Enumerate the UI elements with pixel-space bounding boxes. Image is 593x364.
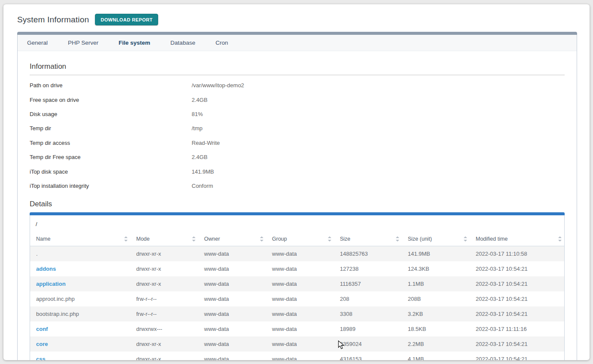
column-header-label: Size (unit) (408, 236, 432, 242)
file-row: addons drwxr-xr-x www-data www-data 1272… (30, 261, 564, 276)
file-name-link[interactable]: css (36, 356, 46, 360)
file-table: Name Mode (30, 232, 564, 360)
page-header: System Information DOWNLOAD REPORT (17, 14, 577, 25)
tab[interactable]: File system (119, 40, 150, 46)
sort-icon[interactable] (260, 236, 263, 242)
information-label: iTop disk space (30, 168, 192, 175)
cell-modified-time: 2022-03-17 10:54:21 (470, 291, 564, 306)
cell-mode: frw-r--r-- (130, 306, 198, 321)
column-header[interactable]: Size (334, 232, 402, 246)
file-table-header-row: Name Mode (30, 232, 564, 246)
column-header[interactable]: Mode (130, 232, 198, 246)
cell-modified-time: 2022-03-17 10:54:21 (470, 336, 564, 352)
cell-owner: www-data (198, 246, 266, 262)
tab-bar: General PHP Server File system Database … (18, 35, 577, 51)
sort-icon[interactable] (327, 236, 331, 242)
information-label: Temp dir access (30, 140, 192, 146)
information-value: 2.4GB (192, 154, 208, 160)
tab[interactable]: Database (171, 40, 196, 46)
file-table-header: Name Mode (30, 232, 564, 246)
column-header-label: Group (272, 236, 287, 242)
cell-group: www-data (266, 352, 334, 360)
cell-size: 208 (334, 291, 402, 306)
sort-icon[interactable] (124, 236, 128, 242)
file-name-link[interactable]: conf (36, 326, 48, 332)
details-heading: Details (30, 200, 565, 208)
cell-group: www-data (266, 306, 334, 321)
cell-owner: www-data (198, 276, 266, 291)
cell-name: bootstrap.inc.php (30, 306, 130, 321)
file-name-link[interactable]: core (36, 341, 48, 347)
cell-size: 18989 (334, 321, 402, 336)
cell-modified-time: 2022-03-17 10:54:21 (470, 306, 564, 321)
cell-name: core (30, 336, 130, 352)
information-row: iTop disk space 141.9MB (30, 164, 565, 178)
card-content: System Information DOWNLOAD REPORT Gener… (3, 4, 590, 360)
information-list: Path on drive /var/www/itop-demo2 Free s… (30, 78, 565, 193)
cell-owner: www-data (198, 261, 266, 276)
tab-panel-top-bar (17, 32, 577, 35)
sort-icon[interactable] (395, 236, 399, 242)
cell-size: 127238 (334, 261, 402, 276)
information-label: iTop installation integrity (30, 183, 192, 189)
column-header[interactable]: Name (30, 232, 130, 246)
column-header[interactable]: Group (266, 232, 334, 246)
information-row: Path on drive /var/www/itop-demo2 (30, 78, 565, 92)
cell-size-unit: 124.3KB (402, 261, 470, 276)
file-row: . drwxr-xr-x www-data www-data 148825763… (30, 246, 564, 262)
cell-modified-time: 2022-03-17 11:10:58 (470, 246, 564, 262)
information-row: Temp dir access Read-Write (30, 136, 565, 150)
column-header[interactable]: Owner (198, 232, 266, 246)
cell-name: conf (30, 321, 130, 336)
column-header-label: Owner (204, 236, 220, 242)
information-divider (30, 75, 565, 75)
cell-mode: drwxr-xr-x (130, 261, 198, 276)
sort-icon[interactable] (192, 236, 196, 242)
cell-size-unit: 18.5KB (402, 321, 470, 336)
cell-group: www-data (266, 276, 334, 291)
main-card: System Information DOWNLOAD REPORT Gener… (3, 4, 590, 360)
file-name-link[interactable]: bootstrap.inc.php (36, 311, 79, 317)
tab[interactable]: General (27, 40, 48, 46)
file-name-link[interactable]: application (36, 281, 66, 287)
column-header[interactable]: Size (unit) (402, 232, 470, 246)
cell-size: 2359024 (334, 336, 402, 352)
file-name-link[interactable]: addons (36, 266, 56, 272)
cell-name: . (30, 246, 130, 262)
file-table-body: . drwxr-xr-x www-data www-data 148825763… (30, 246, 564, 360)
details-panel-top-bar (30, 212, 565, 215)
page-title: System Information (17, 15, 89, 24)
information-row: Free space on drive 2.4GB (30, 92, 565, 107)
file-row: css drwxr-xr-x www-data www-data 4316153… (30, 352, 564, 360)
cell-size: 148825763 (334, 246, 402, 262)
file-row: conf drwxrwx--- www-data www-data 18989 … (30, 321, 564, 336)
information-value: /var/www/itop-demo2 (192, 82, 244, 89)
tab[interactable]: PHP Server (68, 40, 98, 46)
column-header[interactable]: Modified time (470, 232, 564, 246)
cell-name: css (30, 352, 130, 360)
download-report-button[interactable]: DOWNLOAD REPORT (95, 14, 158, 25)
cell-group: www-data (266, 246, 334, 262)
cell-size: 3308 (334, 306, 402, 321)
cell-group: www-data (266, 261, 334, 276)
cell-size-unit: 4.1MB (402, 352, 470, 360)
file-row: core drwxr-xr-x www-data www-data 235902… (30, 336, 564, 352)
file-row: approot.inc.php frw-r--r-- www-data www-… (30, 291, 564, 306)
sort-icon[interactable] (558, 236, 562, 242)
cell-modified-time: 2022-03-17 10:54:21 (470, 276, 564, 291)
file-name-link[interactable]: approot.inc.php (36, 296, 75, 302)
cell-name: application (30, 276, 130, 291)
sort-icon[interactable] (463, 236, 467, 242)
cell-owner: www-data (198, 291, 266, 306)
cell-size: 1116357 (334, 276, 402, 291)
file-row: bootstrap.inc.php frw-r--r-- www-data ww… (30, 306, 564, 321)
cell-owner: www-data (198, 306, 266, 321)
column-header-label: Modified time (476, 236, 507, 242)
cell-group: www-data (266, 336, 334, 352)
cell-name: approot.inc.php (30, 291, 130, 306)
cell-modified-time: 2022-03-17 10:54:21 (470, 261, 564, 276)
tab[interactable]: Cron (215, 40, 228, 46)
file-name-link[interactable]: . (36, 251, 38, 257)
current-path-breadcrumb: / (30, 215, 564, 232)
cell-group: www-data (266, 321, 334, 336)
